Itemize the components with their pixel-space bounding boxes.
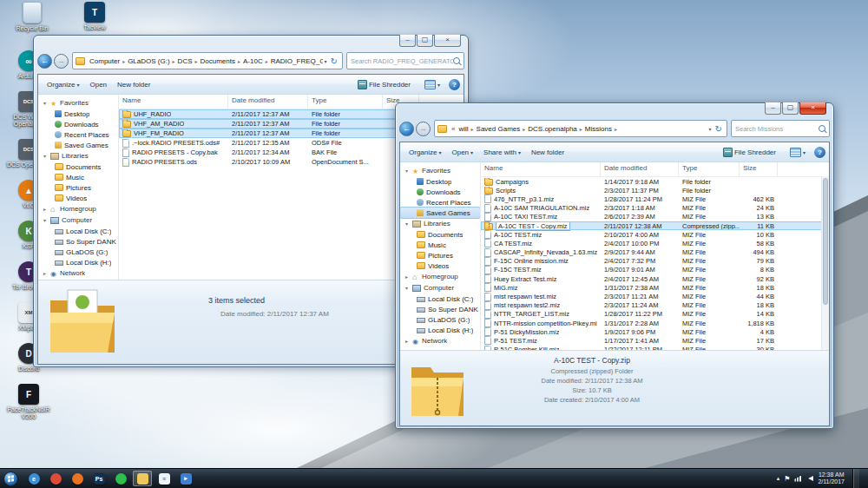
- expand-triangle-icon[interactable]: ▸: [404, 338, 410, 344]
- show-desktop-button[interactable]: [852, 469, 859, 488]
- toolbar-button-share-with[interactable]: Share with▾: [478, 147, 526, 158]
- toolbar-button-new-folder[interactable]: New folder: [526, 147, 569, 158]
- sidebar-item-documents[interactable]: Documents: [38, 162, 118, 172]
- breadcrumb-item-computer[interactable]: Computer: [88, 57, 122, 65]
- desktop-icon-recycle-bin[interactable]: Recycle Bin: [3, 2, 61, 32]
- sidebar-item-music[interactable]: Music: [400, 240, 480, 250]
- sidebar-item-so-super-dank-d[interactable]: So Super DANK (D:): [400, 304, 480, 314]
- action-center-icon[interactable]: ⚑: [784, 475, 790, 483]
- column-header-size[interactable]: Size: [740, 162, 778, 176]
- expand-triangle-icon[interactable]: ▸: [404, 274, 410, 280]
- forward-button[interactable]: →: [54, 54, 69, 69]
- file-row-a-10c-test-miz[interactable]: A-10C TEST.miz2/10/2017 4:00 AMMIZ File1…: [481, 230, 829, 239]
- scrollbar[interactable]: [821, 176, 829, 350]
- breadcrumb-item-dcs-openalpha[interactable]: DCS.openalpha: [526, 125, 578, 133]
- expand-triangle-icon[interactable]: ▾: [42, 100, 48, 106]
- taskbar-app-notepad[interactable]: ≡: [155, 471, 174, 486]
- sidebar-section-computer[interactable]: ▾Computer: [38, 214, 118, 226]
- file-row-mist-respawn-test-miz[interactable]: mist respawn test.miz2/3/2017 11:21 AMMI…: [481, 292, 829, 300]
- expand-triangle-icon[interactable]: ▸: [42, 206, 48, 212]
- file-shredder-button[interactable]: File Shredder: [352, 78, 416, 91]
- file-row-scripts[interactable]: Scripts2/3/2017 11:37 PMFile folder: [481, 186, 829, 195]
- expand-triangle-icon[interactable]: ▾: [42, 217, 48, 223]
- breadcrumb-item-documents[interactable]: Documents: [199, 57, 237, 65]
- expand-triangle-icon[interactable]: ▾: [404, 221, 410, 227]
- desktop-icon-tacview[interactable]: TTacview: [66, 2, 123, 32]
- expand-triangle-icon[interactable]: ▾: [404, 168, 410, 174]
- file-row-nttr-target-list-miz[interactable]: NTTR_TARGET_LIST.miz1/28/2017 11:22 PMMI…: [481, 310, 829, 319]
- column-header-type[interactable]: Type: [679, 162, 740, 176]
- sidebar-section-network[interactable]: ▸Network: [400, 335, 480, 346]
- sidebar-item-downloads[interactable]: Downloads: [38, 119, 118, 129]
- explorer-window-missions[interactable]: – ▢ × ← → «will▸Saved Games▸DCS.openalph…: [395, 102, 834, 429]
- column-header-name[interactable]: Name: [481, 162, 601, 176]
- breadcrumb-overflow-icon[interactable]: «: [450, 125, 457, 133]
- start-button[interactable]: [0, 469, 21, 488]
- file-row-cascap-infinity-nevada-1-63-miz[interactable]: CASCAP_Infinity_Nevada_1.63.miz2/9/2017 …: [481, 248, 829, 257]
- breadcrumb-item-will[interactable]: will: [457, 125, 470, 133]
- toolbar-button-organize[interactable]: Organize▾: [42, 79, 84, 90]
- file-row-p-51-dickymission-miz[interactable]: P-51 DickyMission.miz1/9/2017 9:06 PMMIZ…: [481, 327, 829, 336]
- file-row-mig-miz[interactable]: MiG.miz1/31/2017 2:38 AMMIZ File18 KB: [481, 283, 829, 292]
- sidebar-section-homegroup[interactable]: ▸Homegroup: [400, 271, 480, 282]
- volume-icon[interactable]: [806, 476, 813, 481]
- refresh-icon[interactable]: ↻: [713, 124, 724, 134]
- file-shredder-button[interactable]: File Shredder: [718, 146, 781, 159]
- sidebar-item-pictures[interactable]: Pictures: [38, 182, 118, 193]
- expand-triangle-icon[interactable]: ▾: [42, 153, 48, 159]
- back-button[interactable]: ←: [399, 122, 414, 136]
- file-row-a-10c-test-copy-miz[interactable]: A-10C TEST - Copy.miz2/11/2017 12:38 AMC…: [481, 221, 829, 230]
- change-view-button[interactable]: ▾: [785, 146, 811, 159]
- sidebar-item-desktop[interactable]: Desktop: [38, 109, 118, 119]
- sidebar-item-desktop[interactable]: Desktop: [400, 176, 480, 187]
- tray-chevron-up-icon[interactable]: ▴: [777, 475, 780, 482]
- taskbar-app-photoshop[interactable]: Ps: [89, 471, 108, 486]
- breadcrumb-item-glados-g[interactable]: GLaDOS (G:): [126, 57, 171, 65]
- taskbar-app-firefox[interactable]: [68, 471, 87, 486]
- sidebar-item-pictures[interactable]: Pictures: [400, 250, 480, 260]
- address-dropdown-icon[interactable]: ▾: [707, 126, 713, 132]
- file-row-a-10c-taxi-test-miz[interactable]: A-10C TAXI TEST.miz2/6/2017 2:39 AMMIZ F…: [481, 213, 829, 221]
- file-row-campaigns[interactable]: Campaigns1/14/2017 9:18 AMFile folder: [481, 177, 829, 186]
- scrollbar-thumb[interactable]: [823, 178, 828, 305]
- taskbar-app-chrome[interactable]: [46, 471, 65, 486]
- sidebar-item-videos[interactable]: Videos: [400, 260, 480, 271]
- column-header-date-modified[interactable]: Date modified: [228, 95, 308, 109]
- desktop-icon-facetracknoir-v200[interactable]: FFaceTrackNoIR V200: [0, 384, 57, 420]
- toolbar-button-open[interactable]: Open▾: [446, 147, 478, 158]
- sidebar-item-local-disk-h[interactable]: Local Disk (H:): [38, 257, 118, 267]
- file-row-a-10c-sam-triagulation-miz[interactable]: A-10C SAM TRIAGULATION.miz2/3/2017 1:18 …: [481, 204, 829, 213]
- sidebar-item-documents[interactable]: Documents: [400, 229, 480, 240]
- sidebar-item-glados-g[interactable]: GLaDOS (G:): [400, 314, 480, 325]
- desktop[interactable]: Recycle BinTTacview ∞ArduinoDCSDCS World…: [0, 0, 868, 469]
- column-header-type[interactable]: Type: [308, 95, 383, 109]
- taskbar-app-internet-explorer[interactable]: e: [24, 471, 43, 486]
- column-header-date-modified[interactable]: Date modified: [601, 162, 679, 176]
- breadcrumb-item-dcs[interactable]: DCS: [176, 57, 194, 65]
- help-button[interactable]: ?: [449, 79, 460, 90]
- sidebar-item-music[interactable]: Music: [38, 172, 118, 182]
- file-row-ca-test-miz[interactable]: CA TEST.miz2/4/2017 10:00 PMMIZ File58 K…: [481, 239, 829, 247]
- sidebar-section-computer[interactable]: ▾Computer: [400, 282, 480, 293]
- sidebar-item-local-disk-c[interactable]: Local Disk (C:): [38, 226, 118, 236]
- title-bar[interactable]: – ▢ ×: [399, 103, 830, 119]
- file-row-f-15c-test-miz[interactable]: F-15C TEST.miz1/9/2017 9:01 AMMIZ File8 …: [481, 266, 829, 274]
- file-row-f-15c-online-mission-miz[interactable]: F-15C Online mission.miz2/4/2017 7:32 PM…: [481, 257, 829, 266]
- title-bar[interactable]: – ▢ ×: [37, 36, 464, 51]
- file-row-p-51c-bomber-kill-miz[interactable]: P-51C Bomber Kill.miz1/22/2017 12:11 PMM…: [481, 346, 829, 350]
- close-button[interactable]: ×: [799, 102, 826, 115]
- change-view-button[interactable]: ▾: [419, 78, 445, 91]
- sidebar-item-glados-g[interactable]: GLaDOS (G:): [38, 247, 118, 257]
- breadcrumb-item-missions[interactable]: Missions: [583, 125, 614, 133]
- back-button[interactable]: ←: [37, 54, 52, 69]
- file-row-476-nttr-p3-1-miz[interactable]: 476_NTTR_p3.1.miz1/28/2017 11:24 PMMIZ F…: [481, 195, 829, 203]
- sidebar-section-homegroup[interactable]: ▸Homegroup: [38, 203, 118, 214]
- address-bar[interactable]: «will▸Saved Games▸DCS.openalpha▸Missions…: [434, 120, 727, 137]
- file-row-mist-respawn-test2-miz[interactable]: mist respawn test2.miz2/3/2017 11:24 AMM…: [481, 301, 829, 310]
- file-row-nttr-mission-competition-pikey-miz[interactable]: NTTR-mission competition-Pikey.miz1/31/2…: [481, 319, 829, 327]
- address-bar[interactable]: Computer▸GLaDOS (G:)▸DCS▸Documents▸A-10C…: [72, 52, 343, 69]
- refresh-icon[interactable]: ↻: [329, 56, 339, 66]
- minimize-button[interactable]: –: [765, 102, 781, 115]
- taskbar-clock[interactable]: 12:38 AM 2/11/2017: [818, 472, 845, 485]
- sidebar-item-recent-places[interactable]: Recent Places: [400, 197, 480, 208]
